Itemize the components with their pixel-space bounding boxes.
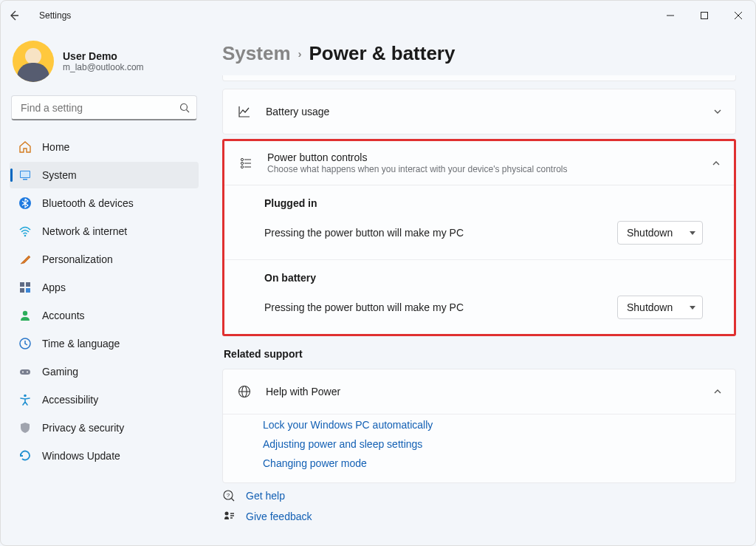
- on-battery-heading: On battery: [264, 272, 721, 284]
- svg-line-30: [232, 499, 235, 502]
- system-icon: [18, 168, 32, 182]
- sidebar-item-privacy[interactable]: Privacy & security: [10, 414, 199, 441]
- sidebar-item-network[interactable]: Network & internet: [10, 218, 199, 245]
- help-icon: ?: [222, 489, 236, 502]
- svg-point-8: [24, 235, 27, 237]
- highlighted-section: Power button controls Choose what happen…: [222, 139, 736, 336]
- on-battery-dropdown[interactable]: Shutdown: [617, 296, 703, 319]
- plugged-in-dropdown[interactable]: Shutdown: [617, 221, 703, 245]
- footer-links: ? Get help Give feedback: [222, 489, 736, 523]
- plugged-in-heading: Plugged in: [264, 197, 721, 209]
- svg-rect-10: [26, 282, 30, 287]
- chevron-up-icon: [712, 159, 721, 168]
- shield-icon: [18, 421, 32, 434]
- svg-rect-15: [20, 369, 30, 375]
- search-input[interactable]: [11, 95, 197, 120]
- clock-icon: [18, 337, 32, 350]
- card-title: Power button controls: [267, 151, 712, 163]
- breadcrumb-current: Power & battery: [309, 42, 456, 65]
- plugged-in-section: Plugged in Pressing the power button wil…: [224, 185, 734, 260]
- sidebar-item-label: Windows Update: [42, 450, 120, 462]
- dropdown-value[interactable]: Shutdown: [617, 296, 703, 319]
- sidebar-item-accounts[interactable]: Accounts: [10, 302, 199, 329]
- wifi-icon: [18, 225, 32, 238]
- feedback-icon: [222, 510, 236, 523]
- get-help-link[interactable]: Get help: [246, 490, 285, 502]
- svg-point-17: [27, 372, 28, 373]
- sidebar-item-apps[interactable]: Apps: [10, 274, 199, 301]
- globe-icon: [236, 384, 252, 399]
- sidebar-item-personalization[interactable]: Personalization: [10, 246, 199, 273]
- svg-rect-1: [701, 13, 708, 19]
- svg-text:?: ?: [227, 492, 230, 499]
- sidebar-item-label: Gaming: [42, 366, 78, 378]
- minimize-button[interactable]: [653, 1, 687, 30]
- card-subtitle: Choose what happens when you interact wi…: [267, 164, 712, 174]
- chevron-down-icon: [713, 107, 722, 116]
- sidebar-item-label: Accounts: [42, 310, 85, 321]
- close-button[interactable]: [721, 1, 755, 30]
- sidebar-item-label: Network & internet: [42, 225, 127, 237]
- sidebar-item-home[interactable]: Home: [10, 134, 199, 160]
- help-link[interactable]: Adjusting power and sleep settings: [263, 438, 735, 450]
- related-support-label: Related support: [224, 348, 736, 360]
- search-box[interactable]: [11, 95, 197, 120]
- sidebar-item-update[interactable]: Windows Update: [10, 443, 199, 469]
- help-link[interactable]: Changing power mode: [263, 457, 735, 469]
- chevron-up-icon: [713, 387, 722, 396]
- power-button-label: Pressing the power button will make my P…: [264, 227, 464, 239]
- sidebar-item-label: Personalization: [42, 253, 113, 265]
- svg-point-21: [241, 162, 243, 164]
- window-title: Settings: [39, 10, 71, 21]
- sidebar-item-gaming[interactable]: Gaming: [10, 358, 199, 385]
- dropdown-value[interactable]: Shutdown: [617, 221, 703, 245]
- sidebar-item-label: System: [42, 169, 77, 181]
- sidebar-item-label: Home: [42, 141, 69, 153]
- help-links: Lock your Windows PC automatically Adjus…: [223, 414, 735, 482]
- home-icon: [18, 140, 32, 154]
- sidebar-item-label: Accessibility: [42, 394, 98, 406]
- help-card-header[interactable]: Help with Power: [223, 369, 735, 414]
- sidebar-item-accessibility[interactable]: Accessibility: [10, 386, 199, 413]
- accessibility-icon: [18, 393, 32, 406]
- main-panel: System › Power & battery Battery usage: [207, 30, 755, 545]
- sidebar-item-label: Bluetooth & devices: [42, 197, 134, 209]
- chart-icon: [236, 104, 252, 119]
- sidebar-item-label: Apps: [42, 281, 66, 293]
- gamepad-icon: [18, 365, 32, 378]
- sidebar-item-label: Privacy & security: [42, 422, 124, 434]
- svg-rect-12: [26, 288, 30, 293]
- maximize-button[interactable]: [687, 1, 721, 30]
- sidebar-item-system[interactable]: System: [10, 162, 199, 188]
- help-link[interactable]: Lock your Windows PC automatically: [263, 419, 735, 431]
- profile-block[interactable]: User Demo m_lab@outlook.com: [10, 36, 199, 92]
- breadcrumb: System › Power & battery: [222, 42, 736, 65]
- sidebar-item-bluetooth[interactable]: Bluetooth & devices: [10, 190, 199, 216]
- profile-email: m_lab@outlook.com: [63, 62, 144, 72]
- card-title: Help with Power: [266, 386, 713, 397]
- chevron-right-icon: ›: [298, 47, 302, 60]
- power-button-controls-card[interactable]: Power button controls Choose what happen…: [224, 141, 734, 185]
- titlebar: Settings: [1, 1, 755, 30]
- sidebar: User Demo m_lab@outlook.com Home System: [1, 30, 207, 545]
- battery-usage-card[interactable]: Battery usage: [222, 89, 736, 134]
- svg-point-18: [24, 395, 27, 397]
- breadcrumb-parent[interactable]: System: [222, 42, 291, 65]
- give-feedback-link[interactable]: Give feedback: [246, 511, 312, 522]
- profile-name: User Demo: [63, 50, 144, 62]
- svg-point-19: [241, 158, 243, 160]
- back-button[interactable]: [8, 10, 33, 21]
- svg-point-23: [241, 165, 243, 168]
- apps-icon: [18, 281, 32, 294]
- bluetooth-icon: [18, 197, 32, 210]
- svg-rect-6: [23, 179, 27, 180]
- update-icon: [18, 449, 32, 463]
- svg-point-31: [225, 512, 229, 516]
- svg-rect-9: [20, 282, 24, 287]
- card-sliver: [222, 75, 736, 81]
- person-icon: [18, 309, 32, 322]
- sidebar-item-time[interactable]: Time & language: [10, 330, 199, 357]
- svg-point-16: [22, 372, 24, 373]
- help-with-power-card: Help with Power Lock your Windows PC aut…: [222, 369, 736, 483]
- svg-rect-5: [21, 171, 30, 177]
